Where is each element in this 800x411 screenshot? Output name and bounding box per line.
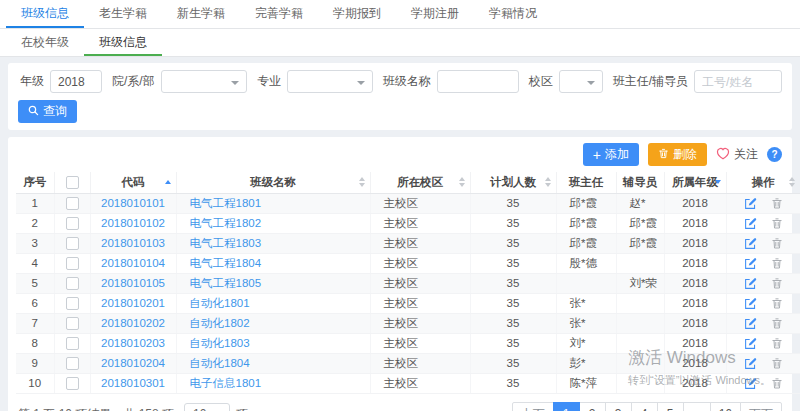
row-campus: 主校区 <box>370 293 470 313</box>
edit-icon[interactable] <box>744 377 757 390</box>
page-button-3[interactable]: 3 <box>605 402 632 411</box>
row-checkbox[interactable] <box>66 217 79 230</box>
delete-row-icon[interactable] <box>771 217 783 230</box>
row-code-link[interactable]: 2018010203 <box>101 337 165 349</box>
row-index: 4 <box>16 253 54 273</box>
sort-both-icon[interactable] <box>359 177 365 187</box>
header-campus-label: 所在校区 <box>397 176 443 188</box>
delete-row-icon[interactable] <box>771 317 783 330</box>
top-tab-class-info[interactable]: 班级信息 <box>6 0 84 28</box>
row-name-link[interactable]: 自动化1803 <box>190 337 250 349</box>
row-code-link[interactable]: 2018010102 <box>101 217 165 229</box>
edit-icon[interactable] <box>744 197 757 210</box>
delete-row-icon[interactable] <box>771 377 783 390</box>
row-name-link[interactable]: 自动化1801 <box>190 297 250 309</box>
sort-both-icon[interactable] <box>789 177 795 187</box>
page-button-4[interactable]: 4 <box>631 402 658 411</box>
edit-icon[interactable] <box>744 217 757 230</box>
row-checkbox-cell <box>54 193 90 213</box>
header-actions[interactable]: 操作 <box>726 172 800 193</box>
per-page-select[interactable]: 10 <box>184 403 230 411</box>
top-tab-term-report[interactable]: 学期报到 <box>318 0 396 28</box>
row-code-link[interactable]: 2018010104 <box>101 257 165 269</box>
edit-icon[interactable] <box>744 357 757 370</box>
delete-row-icon[interactable] <box>771 197 783 210</box>
year-input[interactable] <box>50 70 102 93</box>
row-name-link[interactable]: 电气工程1805 <box>190 277 262 289</box>
row-checkbox[interactable] <box>66 297 79 310</box>
department-select[interactable] <box>161 70 248 93</box>
row-checkbox[interactable] <box>66 197 79 210</box>
next-page-button[interactable]: 下页 <box>740 402 782 411</box>
query-button[interactable]: 查询 <box>18 100 77 123</box>
row-code-link[interactable]: 2018010105 <box>101 277 165 289</box>
delete-row-icon[interactable] <box>771 357 783 370</box>
row-code-link[interactable]: 2018010202 <box>101 317 165 329</box>
delete-row-icon[interactable] <box>771 257 783 270</box>
top-tab-term-register[interactable]: 学期注册 <box>396 0 474 28</box>
teacher-input[interactable] <box>694 70 782 93</box>
help-icon[interactable]: ? <box>767 147 782 162</box>
row-checkbox[interactable] <box>66 377 79 390</box>
top-tab-new-students[interactable]: 新生学籍 <box>162 0 240 28</box>
row-code-link[interactable]: 2018010201 <box>101 297 165 309</box>
row-name-link[interactable]: 电气工程1804 <box>190 257 262 269</box>
header-planned-count[interactable]: 计划人数 <box>470 172 556 193</box>
sort-desc-icon[interactable] <box>715 180 721 184</box>
row-name-link[interactable]: 电气工程1801 <box>190 197 262 209</box>
top-tab-complete-status[interactable]: 完善学籍 <box>240 0 318 28</box>
row-checkbox[interactable] <box>66 317 79 330</box>
delete-row-icon[interactable] <box>771 297 783 310</box>
edit-icon[interactable] <box>744 277 757 290</box>
row-checkbox[interactable] <box>66 337 79 350</box>
class-name-input[interactable] <box>437 70 519 93</box>
header-grade[interactable]: 所属年级 <box>664 172 726 193</box>
campus-select[interactable] <box>559 70 603 93</box>
page-button-5[interactable]: 5 <box>657 402 684 411</box>
edit-icon[interactable] <box>744 237 757 250</box>
major-select[interactable] <box>287 70 373 93</box>
row-name-link[interactable]: 电气工程1803 <box>190 237 262 249</box>
row-checkbox-cell <box>54 333 90 353</box>
sort-both-icon[interactable] <box>545 177 551 187</box>
row-name-link[interactable]: 自动化1804 <box>190 357 250 369</box>
edit-icon[interactable] <box>744 297 757 310</box>
row-checkbox[interactable] <box>66 357 79 370</box>
row-name-link[interactable]: 电子信息1801 <box>190 377 262 389</box>
delete-button[interactable]: 删除 <box>648 143 707 166</box>
row-name-link[interactable]: 电气工程1802 <box>190 217 262 229</box>
delete-row-icon[interactable] <box>771 237 783 250</box>
select-all-checkbox[interactable] <box>66 176 79 189</box>
row-code-link[interactable]: 2018010301 <box>101 377 165 389</box>
header-class-name[interactable]: 班级名称 <box>176 172 370 193</box>
header-campus[interactable]: 所在校区 <box>370 172 470 193</box>
row-name-link[interactable]: 自动化1802 <box>190 317 250 329</box>
edit-icon[interactable] <box>744 317 757 330</box>
row-checkbox[interactable] <box>66 277 79 290</box>
page-ellipsis[interactable]: ... <box>683 402 711 411</box>
sort-both-icon[interactable] <box>459 177 465 187</box>
row-name-cell: 电气工程1804 <box>176 253 370 273</box>
page-button-16[interactable]: 16 <box>710 402 741 411</box>
edit-icon[interactable] <box>744 337 757 350</box>
prev-page-button[interactable]: 上页 <box>512 402 554 411</box>
delete-row-icon[interactable] <box>771 337 783 350</box>
page-button-1[interactable]: 1 <box>553 402 580 411</box>
sub-tab-grades-on-campus[interactable]: 在校年级 <box>6 29 84 56</box>
delete-row-icon[interactable] <box>771 277 783 290</box>
table-row: 9 2018010204 自动化1804 主校区 35 彭* 2018 <box>16 353 800 373</box>
row-checkbox[interactable] <box>66 257 79 270</box>
follow-button[interactable]: 关注 <box>716 146 758 163</box>
row-code-link[interactable]: 2018010103 <box>101 237 165 249</box>
row-checkbox[interactable] <box>66 237 79 250</box>
add-button[interactable]: + 添加 <box>583 143 639 166</box>
sub-tab-class-info[interactable]: 班级信息 <box>84 29 162 56</box>
top-tab-status-overview[interactable]: 学籍情况 <box>474 0 552 28</box>
row-code-link[interactable]: 2018010204 <box>101 357 165 369</box>
edit-icon[interactable] <box>744 257 757 270</box>
sort-asc-icon[interactable] <box>165 180 171 184</box>
header-code[interactable]: 代码 <box>90 172 176 193</box>
row-code-link[interactable]: 2018010101 <box>101 197 165 209</box>
top-tab-old-students[interactable]: 老生学籍 <box>84 0 162 28</box>
page-button-2[interactable]: 2 <box>579 402 606 411</box>
